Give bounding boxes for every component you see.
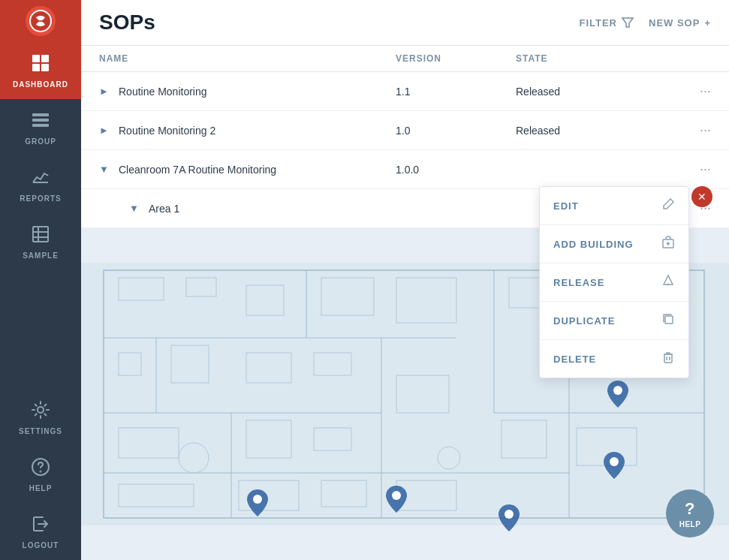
sidebar-item-help[interactable]: HELP xyxy=(0,446,81,503)
sidebar-item-settings-label: SETTINGS xyxy=(19,427,62,435)
context-menu-release[interactable]: RELEASE xyxy=(540,263,688,302)
group-icon xyxy=(31,110,50,134)
svg-point-56 xyxy=(392,491,401,500)
context-menu-duplicate[interactable]: DUPLICATE xyxy=(540,302,688,340)
row-name-4: ▼ Area 1 xyxy=(99,203,396,215)
context-menu-add-building-label: ADD BUILDING xyxy=(553,239,634,250)
filter-icon xyxy=(622,17,634,29)
sidebar-item-settings[interactable]: SETTINGS xyxy=(0,389,81,446)
svg-point-57 xyxy=(505,510,514,519)
table-row: ▼ Cleanroom 7A Routine Monitoring 1.0.0 … xyxy=(81,150,729,189)
delete-icon xyxy=(661,351,675,367)
svg-rect-3 xyxy=(32,64,40,71)
context-menu-close-button[interactable]: ✕ xyxy=(691,186,712,207)
row-name-text-1: Routine Monitoring xyxy=(119,86,207,98)
map-pin-5 xyxy=(499,504,520,531)
context-menu-add-building[interactable]: ADD BUILDING xyxy=(540,225,688,263)
row-state-1: Released xyxy=(516,86,666,98)
row-version-1: 1.1 xyxy=(396,86,516,98)
sidebar-item-sample-label: SAMPLE xyxy=(23,251,59,260)
expand-icon-3[interactable]: ▼ xyxy=(99,164,111,175)
sidebar-item-group[interactable]: GROUP xyxy=(0,99,81,156)
sample-icon xyxy=(31,224,50,248)
help-fab-icon: ? xyxy=(685,499,695,519)
context-menu-edit[interactable]: EDIT xyxy=(540,187,688,225)
svg-rect-6 xyxy=(32,119,49,122)
context-menu-release-label: RELEASE xyxy=(553,277,604,288)
sidebar-item-dashboard[interactable]: DASHBOARD xyxy=(0,42,81,99)
dashboard-icon xyxy=(31,53,50,77)
sidebar-item-dashboard-label: DASHBOARD xyxy=(13,80,68,89)
expand-icon-4[interactable]: ▼ xyxy=(129,203,141,214)
context-menu-delete[interactable]: DELETE xyxy=(540,340,688,378)
row-name-text-4: Area 1 xyxy=(149,203,179,215)
svg-point-15 xyxy=(41,471,41,471)
svg-rect-4 xyxy=(41,64,49,71)
row-name-text-2: Routine Monitoring 2 xyxy=(119,125,215,137)
logo-icon xyxy=(26,6,56,36)
svg-rect-1 xyxy=(32,55,40,62)
context-menu-delete-label: DELETE xyxy=(553,354,596,365)
context-menu-edit-label: EDIT xyxy=(553,200,579,212)
table-row: ► Routine Monitoring 1.1 Released ··· xyxy=(81,72,729,111)
sidebar-item-group-label: GROUP xyxy=(25,137,56,146)
col-name: NAME xyxy=(99,53,396,64)
sidebar-item-reports[interactable]: REPORTS xyxy=(0,156,81,213)
svg-point-13 xyxy=(38,407,44,413)
row-name-text-3: Cleanroom 7A Routine Monitoring xyxy=(119,164,276,176)
filter-label: FILTER xyxy=(579,17,617,29)
sidebar-item-reports-label: REPORTS xyxy=(20,194,61,203)
filter-button[interactable]: FILTER xyxy=(579,17,634,29)
svg-rect-5 xyxy=(32,113,49,116)
col-state: STATE xyxy=(516,53,666,64)
row-actions-3[interactable]: ··· xyxy=(666,161,711,177)
sidebar-item-logout[interactable]: LOGOUT xyxy=(0,503,81,560)
svg-point-62 xyxy=(668,285,669,285)
row-version-3: 1.0.0 xyxy=(396,164,516,176)
expand-icon-1[interactable]: ► xyxy=(99,86,111,97)
sidebar-item-sample[interactable]: SAMPLE xyxy=(0,213,81,270)
svg-rect-2 xyxy=(41,55,49,62)
duplicate-icon xyxy=(661,312,675,329)
table-header: NAME VERSION STATE xyxy=(81,46,729,72)
new-sop-button[interactable]: NEW SOP + xyxy=(649,17,711,29)
svg-point-0 xyxy=(30,11,51,32)
sidebar-item-help-label: HELP xyxy=(29,484,53,492)
sidebar-item-logout-label: LOGOUT xyxy=(23,541,59,549)
help-fab-button[interactable]: ? HELP xyxy=(666,489,714,537)
svg-point-53 xyxy=(613,386,622,395)
new-sop-label: NEW SOP xyxy=(649,17,700,29)
col-version: VERSION xyxy=(396,53,516,64)
sidebar-logo xyxy=(0,0,81,42)
sidebar: DASHBOARD GROUP REPORTS xyxy=(0,0,81,560)
help-fab-label: HELP xyxy=(679,520,701,528)
row-name-1: ► Routine Monitoring xyxy=(99,86,396,98)
new-sop-plus-icon: + xyxy=(704,17,711,29)
page-title: SOPs xyxy=(99,11,155,35)
help-icon xyxy=(31,457,50,481)
row-name-3: ▼ Cleanroom 7A Routine Monitoring xyxy=(99,164,396,176)
row-actions-2[interactable]: ··· xyxy=(666,122,711,138)
table-row: ► Routine Monitoring 2 1.0 Released ··· xyxy=(81,111,729,150)
svg-rect-7 xyxy=(32,124,49,127)
row-name-2: ► Routine Monitoring 2 xyxy=(99,125,396,137)
context-menu: EDIT ADD BUILDING RELEASE xyxy=(539,186,689,378)
svg-marker-16 xyxy=(622,18,633,27)
svg-rect-63 xyxy=(665,316,673,324)
edit-icon xyxy=(661,197,675,214)
header: SOPs FILTER NEW SOP + xyxy=(81,0,729,46)
row-version-2: 1.0 xyxy=(396,125,516,137)
svg-point-55 xyxy=(253,495,262,504)
context-menu-duplicate-label: DUPLICATE xyxy=(553,315,615,327)
header-actions: FILTER NEW SOP + xyxy=(579,17,711,29)
reports-icon xyxy=(31,167,50,191)
expand-icon-2[interactable]: ► xyxy=(99,125,111,136)
svg-rect-9 xyxy=(33,227,48,242)
svg-rect-64 xyxy=(664,354,672,363)
settings-icon xyxy=(31,400,50,424)
svg-point-54 xyxy=(610,457,619,466)
row-state-2: Released xyxy=(516,125,666,137)
add-building-icon xyxy=(661,236,675,252)
row-actions-1[interactable]: ··· xyxy=(666,83,711,99)
col-actions xyxy=(666,53,711,64)
